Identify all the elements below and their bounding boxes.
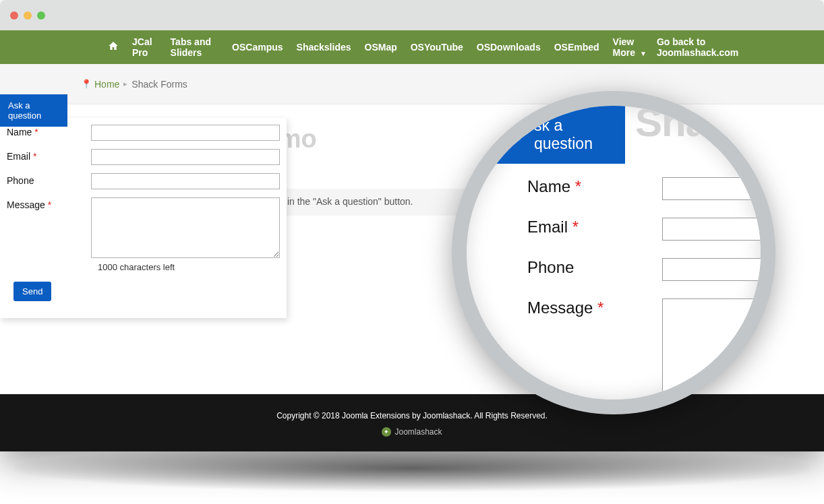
joomlashack-logo-icon: ✦ [382, 427, 391, 437]
window-titlebar [0, 0, 824, 30]
window-drop-shadow [13, 445, 811, 492]
phone-input[interactable] [91, 173, 280, 189]
contact-form-panel: Ask a question Name * Email * Phone Mess… [0, 118, 287, 318]
breadcrumb-current: Shack Forms [131, 79, 187, 90]
magnified-name-label: Name * [527, 177, 662, 196]
magnified-phone-input [662, 258, 775, 281]
send-button[interactable]: Send [13, 282, 51, 301]
window-close-icon[interactable] [10, 11, 18, 20]
breadcrumb-home-link[interactable]: Home [94, 79, 119, 90]
characters-left-text: 1000 characters left [98, 262, 280, 272]
email-input[interactable] [91, 149, 280, 165]
footer-brand[interactable]: ✦ Joomlashack [0, 427, 824, 437]
message-label: Message * [7, 197, 91, 210]
contact-form-header[interactable]: Ask a question [0, 94, 67, 127]
breadcrumb: 📍 Home ▸ Shack Forms [0, 64, 824, 104]
footer-copyright: Copyright © 2018 Joomla Extensions by Jo… [0, 411, 824, 420]
info-strip-text: k in the "Ask a question" button. [280, 196, 413, 207]
chevron-down-icon: ▼ [640, 50, 647, 57]
nav-item-tabs-sliders[interactable]: Tabs and Sliders [164, 36, 226, 58]
magnified-email-input [662, 218, 775, 241]
phone-label: Phone [7, 173, 91, 186]
nav-item-osyoutube[interactable]: OSYouTube [404, 42, 470, 53]
nav-go-back-link[interactable]: Go back to Joomlashack.com [657, 36, 777, 58]
nav-item-osmap[interactable]: OSMap [358, 42, 404, 53]
nav-item-jcalpro[interactable]: JCal Pro [125, 36, 164, 58]
location-pin-icon: 📍 [81, 79, 92, 89]
footer-brand-label: Joomlashack [394, 427, 442, 437]
magnified-name-input [662, 177, 775, 200]
magnified-email-label: Email * [527, 218, 662, 237]
window-zoom-icon[interactable] [37, 11, 45, 20]
nav-item-osembed[interactable]: OSEmbed [548, 42, 606, 53]
name-input[interactable] [91, 125, 280, 141]
nav-item-view-more[interactable]: View More ▼ [606, 36, 657, 58]
magnifier-lens: Sha sk a question Name * Email * Phone M… [452, 91, 775, 414]
email-label: Email * [7, 149, 91, 162]
window-minimize-icon[interactable] [24, 11, 32, 20]
breadcrumb-separator-icon: ▸ [123, 80, 127, 88]
magnified-message-label: Message * [527, 298, 662, 317]
magnified-phone-label: Phone [527, 258, 662, 277]
nav-view-more-label: View More [613, 36, 635, 58]
nav-item-osdownloads[interactable]: OSDownloads [470, 42, 548, 53]
nav-item-shackslides[interactable]: Shackslides [290, 42, 358, 53]
page-footer: Copyright © 2018 Joomla Extensions by Jo… [0, 394, 824, 451]
message-textarea[interactable] [91, 197, 280, 258]
nav-item-oscampus[interactable]: OSCampus [225, 42, 289, 53]
home-icon[interactable] [101, 40, 125, 54]
main-navbar: JCal Pro Tabs and Sliders OSCampus Shack… [0, 30, 824, 64]
